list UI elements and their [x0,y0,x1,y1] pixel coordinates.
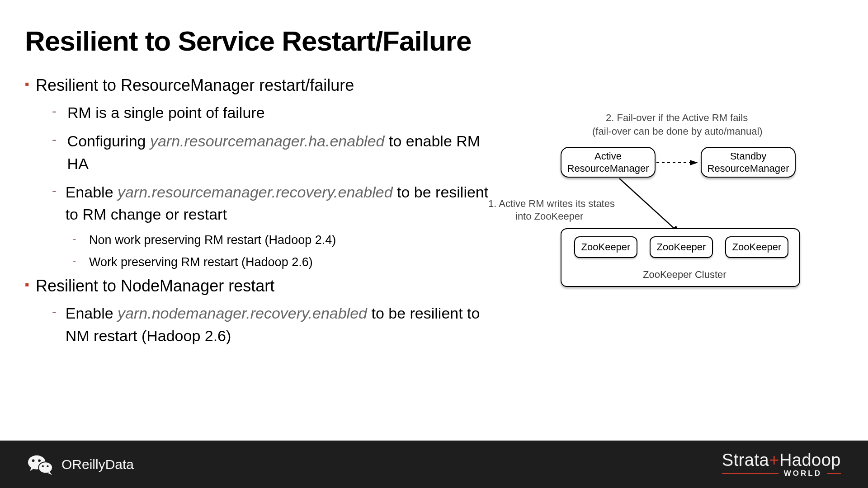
bullet-text: Non work preserving RM restart (Hadoop 2… [89,232,336,248]
active-rm-node: Active ResourceManager [561,147,656,178]
footer-left: OReillyData [27,453,134,476]
bullet-text: Enable yarn.nodemanager.recovery.enabled… [66,302,495,347]
svg-point-4 [38,459,41,462]
text-fragment: Enable [66,305,118,322]
wechat-icon [27,453,53,476]
architecture-diagram: 2. Fail-over if the Active RM fails (fai… [484,113,836,303]
bullet-text: Resilient to ResourceManager restart/fai… [36,75,354,95]
diagram-caption-2b: (fail-over can be done by auto/manual) [592,126,763,137]
footer-handle: OReillyData [61,457,134,472]
zookeeper-node: ZooKeeper [725,236,788,258]
bullet-text: RM is a single point of failure [67,102,265,124]
code-fragment: yarn.resourcemanager.ha.enabled [150,132,385,150]
dash-icon: - [73,254,78,268]
bullet-l2: - Configuring yarn.resourcemanager.ha.en… [52,130,495,175]
bullet-l3: - Non work preserving RM restart (Hadoop… [73,232,495,248]
diagram-caption-1a: 1. Active RM writes its states [488,198,615,210]
bullet-text: Resilient to NodeManager restart [36,276,274,296]
diagram-caption-1b: into ZooKeeper [515,211,583,222]
slide-body: Resilient to Service Restart/Failure ▪ R… [0,0,868,441]
slide-title: Resilient to Service Restart/Failure [25,25,843,57]
bullet-text: Enable yarn.resourcemanager.recovery.ena… [66,181,495,226]
conference-logo-text: Strata+Hadoop [722,450,841,470]
dash-icon: - [52,181,57,200]
zookeeper-cluster-label: ZooKeeper Cluster [643,269,726,281]
dash-icon: - [73,232,78,246]
plus-icon: + [769,450,779,469]
zookeeper-node: ZooKeeper [574,236,637,258]
hadoop-word: Hadoop [779,450,841,469]
strata-word: Strata [722,450,769,469]
bullet-section1: ▪ Resilient to ResourceManager restart/f… [25,75,495,95]
svg-point-6 [42,465,44,467]
zookeeper-cluster-box: ZooKeeper ZooKeeper ZooKeeper ZooKeeper … [561,228,800,287]
square-bullet-icon: ▪ [25,276,29,294]
diagram-caption-2a: 2. Fail-over if the Active RM fails [606,112,748,124]
bullet-l3: - Work preserving RM restart (Hadoop 2.6… [73,254,495,270]
bullet-text: Work preserving RM restart (Hadoop 2.6) [89,254,313,270]
text-column: ▪ Resilient to ResourceManager restart/f… [25,75,495,353]
text-fragment: Configuring [67,132,150,150]
world-label: WORLD [784,469,822,478]
footer-right: Strata+Hadoop WORLD [722,450,841,478]
svg-point-7 [47,465,48,467]
square-bullet-icon: ▪ [25,75,29,93]
dash-icon: - [52,102,59,121]
svg-point-5 [38,462,52,473]
bullet-l2: - Enable yarn.nodemanager.recovery.enabl… [52,302,495,347]
divider-line [722,473,778,474]
footer-bar: OReillyData Strata+Hadoop WORLD [0,441,868,488]
svg-line-1 [619,178,680,234]
arrow-failover-icon [656,156,701,169]
code-fragment: yarn.resourcemanager.recovery.enabled [118,183,393,201]
text-fragment: Enable [66,183,118,201]
dash-icon: - [52,130,59,149]
zookeeper-node: ZooKeeper [650,236,713,258]
dash-icon: - [52,302,57,321]
svg-point-3 [32,459,35,462]
divider-line [827,473,841,474]
standby-rm-node: Standby ResourceManager [701,147,796,178]
code-fragment: yarn.nodemanager.recovery.enabled [118,305,367,322]
bullet-l2: - Enable yarn.resourcemanager.recovery.e… [52,181,495,226]
world-row: WORLD [722,469,841,478]
bullet-text: Configuring yarn.resourcemanager.ha.enab… [67,130,495,175]
bullet-section2: ▪ Resilient to NodeManager restart [25,276,495,296]
bullet-l2: - RM is a single point of failure [52,102,495,124]
